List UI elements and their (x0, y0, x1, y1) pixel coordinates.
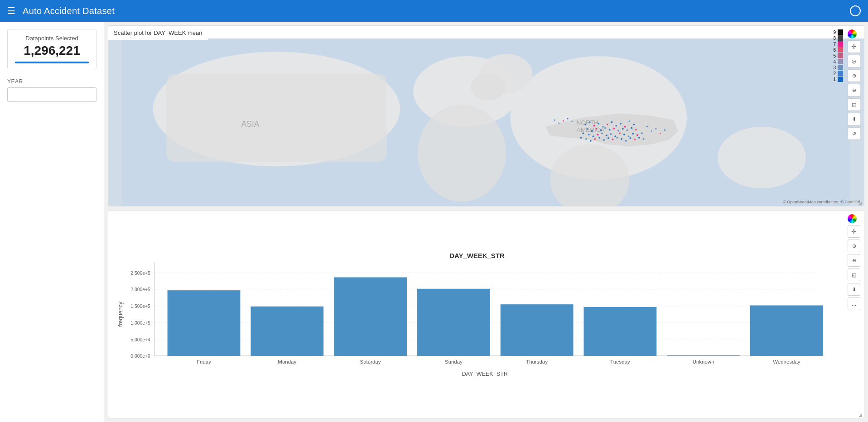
legend-color-6 (838, 47, 843, 53)
svg-point-15 (593, 125, 595, 127)
user-circle-icon[interactable] (850, 5, 861, 16)
map-fullscreen-tool[interactable]: ◱ (848, 98, 860, 111)
svg-text:ASIA: ASIA (241, 120, 260, 129)
map-download-tool[interactable]: ⬇ (848, 113, 860, 125)
svg-point-75 (664, 129, 665, 131)
chart-panel: ✛ ⊕ ⊖ ◱ ⬇ … DAY_WEEK_STR (108, 210, 864, 418)
datapoints-progress-bar (15, 62, 89, 63)
svg-point-38 (588, 134, 590, 135)
svg-point-55 (598, 137, 600, 139)
svg-point-34 (627, 129, 628, 131)
bar-label-friday: Friday (197, 359, 211, 364)
svg-point-53 (590, 140, 592, 142)
svg-text:0.000e+0: 0.000e+0 (130, 354, 150, 359)
svg-point-22 (624, 126, 626, 128)
chart-resize-handle[interactable]: ◢ (858, 412, 864, 418)
svg-rect-2 (166, 74, 387, 162)
svg-point-48 (632, 133, 634, 134)
svg-point-13 (584, 124, 586, 125)
chart-more-tool[interactable]: … (848, 297, 860, 310)
svg-point-64 (638, 137, 640, 139)
svg-point-33 (622, 128, 624, 130)
svg-point-52 (585, 138, 587, 140)
year-label: YEAR (7, 78, 96, 85)
year-input[interactable] (7, 87, 96, 102)
svg-text:2.500e+5: 2.500e+5 (130, 271, 150, 276)
svg-point-40 (597, 134, 598, 135)
bar-chart-svg: DAY_WEEK_STR 0.000e+0 5.000e+4 1.000e+5 (108, 211, 864, 418)
bar-saturday[interactable] (334, 277, 407, 355)
legend-item-9: 9 (833, 29, 843, 35)
colorwheel-icon[interactable] (848, 29, 857, 38)
sidebar: Datapoints Selected 1,296,221 YEAR (0, 22, 104, 422)
svg-point-71 (646, 126, 648, 127)
legend-item-3: 3 (833, 65, 843, 70)
map-move-tool[interactable]: ✛ (848, 40, 860, 53)
bar-label-sunday: Sunday (445, 359, 463, 364)
svg-point-14 (589, 121, 591, 123)
map-zoom-out-tool[interactable]: ⊖ (848, 84, 860, 96)
bar-label-monday: Monday (278, 359, 296, 364)
svg-point-42 (606, 134, 608, 136)
bar-unknown[interactable] (667, 355, 740, 356)
legend-color-5 (838, 53, 843, 58)
svg-point-67 (558, 122, 559, 124)
chart-zoom-in-tool[interactable]: ⊕ (848, 240, 860, 252)
svg-point-32 (617, 130, 619, 132)
bar-monday[interactable] (251, 307, 323, 356)
datapoints-label: Datapoints Selected (15, 35, 89, 42)
bar-friday[interactable] (168, 290, 241, 356)
chart-colorwheel-icon[interactable] (848, 214, 857, 223)
legend-label-3: 3 (833, 65, 836, 70)
svg-point-72 (651, 130, 652, 132)
svg-point-58 (612, 139, 614, 140)
svg-point-62 (629, 137, 631, 139)
bar-wednesday[interactable] (750, 305, 823, 355)
svg-text:frequency: frequency (117, 302, 124, 327)
bar-sunday[interactable] (417, 289, 490, 356)
svg-point-70 (571, 121, 573, 122)
chart-tools: ✛ ⊕ ⊖ ◱ ⬇ … (848, 214, 860, 310)
chart-zoom-out-tool[interactable]: ⊖ (848, 254, 860, 267)
map-zoom-in-tool[interactable]: ⊕ (848, 69, 860, 82)
svg-point-7 (718, 127, 806, 188)
chart-fullscreen-tool[interactable]: ◱ (848, 269, 860, 281)
datapoints-value: 1,296,221 (15, 43, 89, 58)
legend-color-8 (838, 35, 843, 41)
chart-download-tool[interactable]: ⬇ (848, 283, 860, 296)
svg-point-39 (593, 135, 594, 137)
bar-thursday[interactable] (501, 304, 574, 356)
legend-label-9: 9 (833, 30, 836, 35)
datapoints-card: Datapoints Selected 1,296,221 (7, 29, 96, 69)
svg-point-59 (616, 137, 618, 139)
svg-point-28 (600, 129, 602, 131)
svg-point-18 (607, 124, 608, 125)
svg-point-46 (623, 134, 625, 135)
legend-item-1: 1 (833, 77, 843, 82)
svg-point-63 (634, 139, 636, 140)
year-filter: YEAR (7, 78, 96, 102)
legend-item-5: 5 (833, 53, 843, 58)
svg-point-43 (610, 133, 612, 135)
map-select-tool[interactable]: ◎ (848, 55, 860, 67)
map-visualization[interactable]: ASIA NORTH AMERICA (108, 38, 864, 206)
svg-point-45 (619, 132, 621, 134)
legend-label-5: 5 (833, 53, 836, 58)
map-reset-tool[interactable]: ↺ (848, 127, 860, 140)
svg-point-26 (591, 130, 593, 132)
svg-point-57 (608, 137, 609, 139)
chart-move-tool[interactable]: ✛ (848, 225, 860, 238)
svg-point-41 (601, 132, 603, 134)
svg-point-47 (628, 135, 630, 137)
map-panel: Scatter plot for DAY_WEEK mean (108, 25, 864, 206)
svg-point-27 (595, 128, 597, 130)
svg-point-9 (471, 74, 506, 100)
menu-icon[interactable]: ☰ (7, 5, 15, 16)
bar-tuesday[interactable] (583, 307, 656, 356)
svg-text:5.000e+4: 5.000e+4 (130, 337, 150, 342)
svg-point-37 (582, 132, 584, 134)
legend-color-4 (838, 59, 843, 64)
svg-point-36 (635, 129, 637, 131)
map-attribution: © OpenStreetMap contributors, © CartoDB (783, 200, 860, 204)
legend-item-2: 2 (833, 71, 843, 76)
